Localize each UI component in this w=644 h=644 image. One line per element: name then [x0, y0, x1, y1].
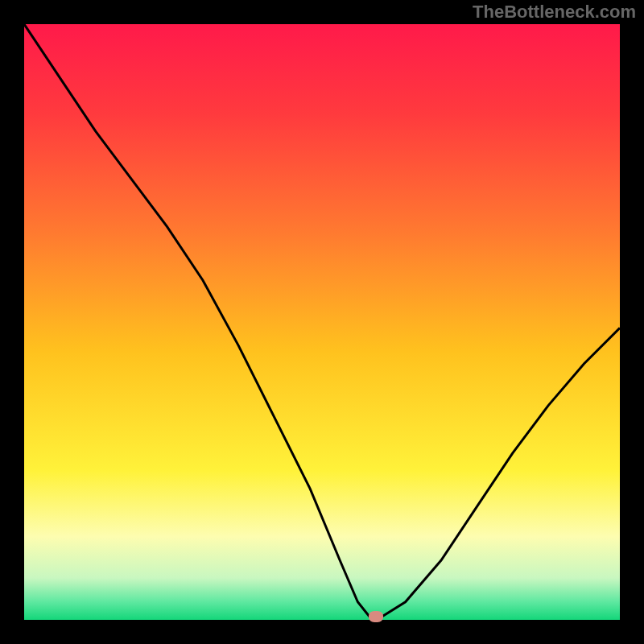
- bottleneck-marker: [369, 611, 383, 622]
- gradient-background: [24, 24, 620, 620]
- chart-frame: TheBottleneck.com: [0, 0, 644, 644]
- watermark-text: TheBottleneck.com: [473, 2, 636, 23]
- plot-area: [24, 24, 620, 620]
- plot-svg: [24, 24, 620, 620]
